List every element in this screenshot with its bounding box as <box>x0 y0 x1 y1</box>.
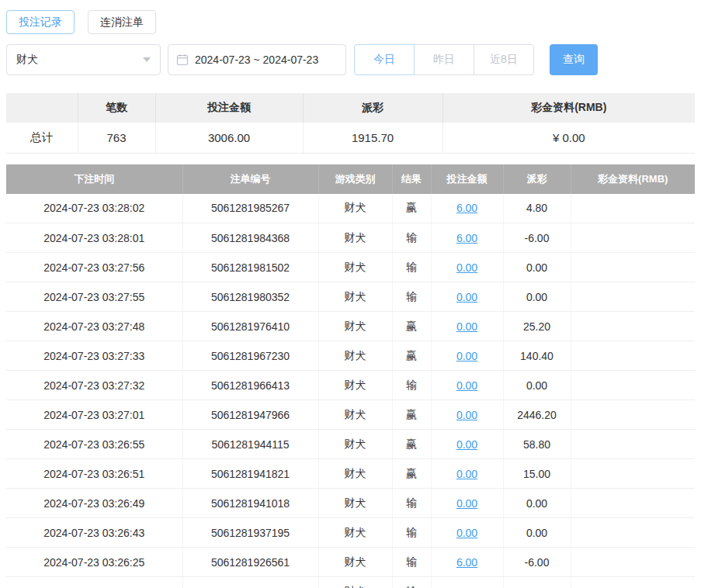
bet-time-header: 下注时间 <box>6 164 182 194</box>
game-type-cell: 财犬 <box>318 223 392 253</box>
bet-amount-link[interactable]: 0.00 <box>456 409 477 421</box>
table-row: 2024-07-23 03:27:32 5061281966413 财犬 输 0… <box>6 371 695 400</box>
bet-time-cell: 2024-07-23 03:27:56 <box>6 253 182 282</box>
order-id-cell: 5061281937195 <box>182 518 318 548</box>
tab-cancelled-orders[interactable]: 连消注单 <box>88 10 156 34</box>
yesterday-button[interactable]: 昨日 <box>414 44 474 75</box>
summary-header-payout: 派彩 <box>303 93 442 123</box>
order-id-cell: 5061281941821 <box>182 459 318 489</box>
bet-amount-link[interactable]: 0.00 <box>456 320 477 333</box>
chevron-down-icon <box>143 57 151 62</box>
bet-amount-link[interactable]: 6.00 <box>456 556 477 569</box>
order-id-cell: 5061281984368 <box>182 223 318 253</box>
summary-total-count: 763 <box>78 123 155 153</box>
bet-time-cell: 2024-07-23 03:26:49 <box>6 489 182 518</box>
table-row: 2024-07-23 03:26:24 5061281925717 财犬 输 6… <box>6 577 695 588</box>
bonus-cell <box>571 223 695 253</box>
bet-amount-link[interactable]: 0.00 <box>456 379 477 392</box>
game-type-cell: 财犬 <box>318 430 392 459</box>
result-cell: 赢 <box>392 400 431 430</box>
summary-total-bet-amount: 3006.00 <box>155 123 303 153</box>
result-cell: 赢 <box>392 194 431 223</box>
last-8-days-button[interactable]: 近8日 <box>474 44 534 75</box>
payout-cell: 0.00 <box>503 371 571 400</box>
table-row: 2024-07-23 03:26:55 5061281944115 财犬 赢 0… <box>6 430 695 459</box>
table-row: 2024-07-23 03:26:51 5061281941821 财犬 赢 0… <box>6 459 695 489</box>
game-type-cell: 财犬 <box>318 400 392 430</box>
payout-cell: 58.80 <box>503 430 571 459</box>
calendar-icon <box>176 54 189 66</box>
today-button[interactable]: 今日 <box>354 44 415 75</box>
bet-amount-link[interactable]: 0.00 <box>456 350 477 362</box>
game-type-cell: 财犬 <box>318 371 392 400</box>
order-id-cell: 5061281980352 <box>182 282 318 312</box>
bonus-cell <box>571 341 695 371</box>
bet-time-cell: 2024-07-23 03:27:55 <box>6 282 182 312</box>
table-row: 2024-07-23 03:28:01 5061281984368 财犬 输 6… <box>6 223 695 253</box>
table-row: 2024-07-23 03:27:01 5061281947966 财犬 赢 0… <box>6 400 695 430</box>
payout-cell: 0.00 <box>503 282 571 312</box>
bet-amount-link[interactable]: 0.00 <box>456 468 477 480</box>
quick-date-button-group: 今日 昨日 近8日 <box>354 44 534 75</box>
table-row: 2024-07-23 03:27:48 5061281976410 财犬 赢 0… <box>6 312 695 341</box>
summary-header-empty <box>6 93 78 123</box>
payout-cell: 140.40 <box>503 341 571 371</box>
game-type-cell: 财犬 <box>318 341 392 371</box>
bet-amount-link[interactable]: 0.00 <box>456 497 477 510</box>
bet-time-cell: 2024-07-23 03:28:01 <box>6 223 182 253</box>
result-cell: 输 <box>392 548 431 577</box>
bet-amount-link[interactable]: 6.00 <box>456 586 477 588</box>
summary-table: 笔数 投注金额 派彩 彩金资料(RMB) 总计 763 3006.00 1915… <box>6 93 695 154</box>
bet-amount-link[interactable]: 0.00 <box>456 291 477 303</box>
order-id-header: 注单编号 <box>182 164 318 194</box>
result-cell: 赢 <box>392 312 431 341</box>
result-cell: 赢 <box>392 430 431 459</box>
tab-betting-records[interactable]: 投注记录 <box>6 10 75 34</box>
order-id-cell: 5061281926561 <box>182 548 318 577</box>
bet-amount-header: 投注金额 <box>431 164 503 194</box>
bet-time-cell: 2024-07-23 03:27:33 <box>6 341 182 371</box>
order-id-cell: 5061281944115 <box>182 430 318 459</box>
bet-amount-link[interactable]: 6.00 <box>456 202 477 214</box>
bonus-cell <box>571 312 695 341</box>
game-type-cell: 财犬 <box>318 548 392 577</box>
bet-amount-link[interactable]: 0.00 <box>456 261 477 274</box>
bonus-cell <box>571 282 695 312</box>
payout-cell: 2446.20 <box>503 400 571 430</box>
summary-header-row: 笔数 投注金额 派彩 彩金资料(RMB) <box>6 93 695 123</box>
date-range-picker[interactable]: 2024-07-23 ~ 2024-07-23 <box>168 44 346 75</box>
bet-records-table: 下注时间 注单编号 游戏类别 结果 投注金额 派彩 彩金资料(RMB) 2024… <box>6 164 695 588</box>
payout-cell: 15.00 <box>503 459 571 489</box>
bet-time-cell: 2024-07-23 03:27:32 <box>6 371 182 400</box>
query-button[interactable]: 查询 <box>550 44 598 75</box>
game-select[interactable]: 财犬 <box>6 44 161 75</box>
game-type-cell: 财犬 <box>318 459 392 489</box>
table-row: 2024-07-23 03:28:02 5061281985267 财犬 赢 6… <box>6 194 695 223</box>
bet-amount-link[interactable]: 6.00 <box>456 232 477 244</box>
bet-amount-link[interactable]: 0.00 <box>456 438 477 451</box>
table-row: 2024-07-23 03:26:49 5061281941018 财犬 输 0… <box>6 489 695 518</box>
bet-time-cell: 2024-07-23 03:27:01 <box>6 400 182 430</box>
bonus-cell <box>571 253 695 282</box>
game-type-cell: 财犬 <box>318 312 392 341</box>
order-id-cell: 5061281967230 <box>182 341 318 371</box>
game-type-cell: 财犬 <box>318 577 392 588</box>
bet-amount-link[interactable]: 0.00 <box>456 527 477 539</box>
table-row: 2024-07-23 03:26:25 5061281926561 财犬 输 6… <box>6 548 695 577</box>
bonus-cell <box>571 459 695 489</box>
bonus-cell <box>571 371 695 400</box>
bet-time-cell: 2024-07-23 03:26:43 <box>6 518 182 548</box>
bet-time-cell: 2024-07-23 03:27:48 <box>6 312 182 341</box>
order-id-cell: 5061281947966 <box>182 400 318 430</box>
table-row: 2024-07-23 03:27:33 5061281967230 财犬 赢 0… <box>6 341 695 371</box>
bet-table-header-row: 下注时间 注单编号 游戏类别 结果 投注金额 派彩 彩金资料(RMB) <box>6 164 695 194</box>
summary-total-row: 总计 763 3006.00 1915.70 ¥ 0.00 <box>6 123 695 153</box>
bet-time-cell: 2024-07-23 03:28:02 <box>6 194 182 223</box>
bet-time-cell: 2024-07-23 03:26:51 <box>6 459 182 489</box>
result-cell: 赢 <box>392 459 431 489</box>
result-cell: 输 <box>392 223 431 253</box>
result-cell: 输 <box>392 282 431 312</box>
bonus-cell <box>571 577 695 588</box>
bonus-cell <box>571 489 695 518</box>
game-type-cell: 财犬 <box>318 282 392 312</box>
